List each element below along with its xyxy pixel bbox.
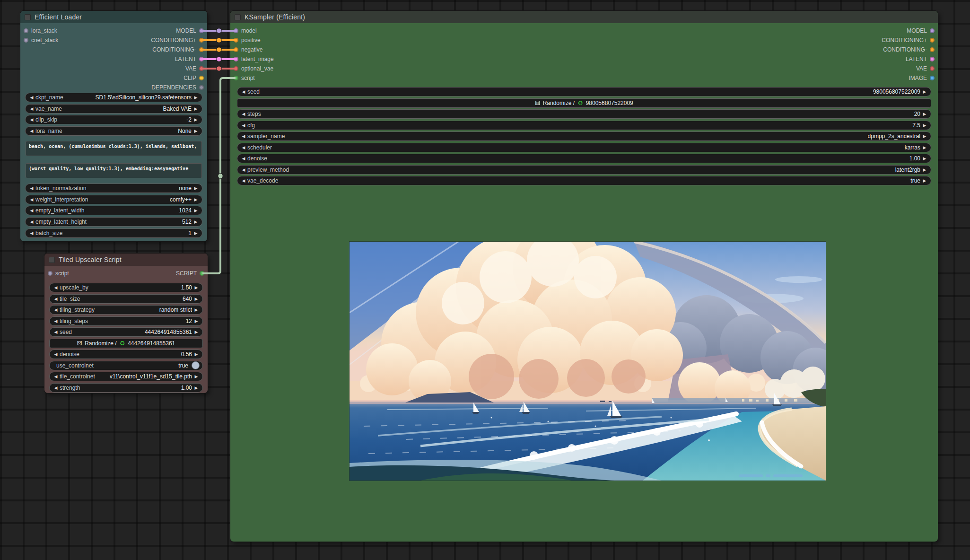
node-header[interactable]: KSampler (Efficient): [230, 11, 938, 23]
node-efficient-loader[interactable]: Efficient Loader lora_stack cnet_stack M…: [20, 11, 207, 241]
slot-dot[interactable]: [930, 47, 935, 52]
slot-dot[interactable]: [199, 85, 204, 90]
randomize-button[interactable]: ⚄ Randomize / ♻ 444264914855361: [49, 339, 203, 348]
decrement-arrow-icon[interactable]: ◀: [240, 123, 247, 128]
slot-dot[interactable]: [930, 66, 935, 71]
node-header[interactable]: Tiled Upscaler Script: [44, 254, 208, 266]
decrement-arrow-icon[interactable]: ◀: [28, 231, 35, 236]
increment-arrow-icon[interactable]: ▶: [921, 112, 928, 116]
node-graph-canvas[interactable]: Efficient Loader lora_stack cnet_stack M…: [0, 0, 970, 560]
decrement-arrow-icon[interactable]: ◀: [52, 374, 59, 379]
node-ksampler-efficient[interactable]: KSampler (Efficient) model positive nega…: [230, 11, 938, 542]
toggle-icon[interactable]: [192, 361, 200, 369]
widget-tiling-steps[interactable]: ◀ tiling_steps 12 ▶: [49, 316, 203, 326]
positive-prompt-textarea[interactable]: beach, ocean, (cumulonimbus clouds:1.3),…: [26, 141, 202, 156]
slot-dot[interactable]: [199, 57, 204, 61]
decrement-arrow-icon[interactable]: ◀: [240, 134, 247, 139]
slot-dot[interactable]: [199, 28, 204, 33]
slot-dot[interactable]: [199, 47, 204, 52]
widget-denoise[interactable]: ◀ denoise 1.00 ▶: [237, 154, 931, 163]
slot-dot[interactable]: [199, 66, 204, 71]
increment-arrow-icon[interactable]: ▶: [192, 197, 199, 202]
widget-token-normalization[interactable]: ◀ token_normalization none ▶: [25, 184, 202, 193]
decrement-arrow-icon[interactable]: ◀: [240, 112, 247, 116]
decrement-arrow-icon[interactable]: ◀: [240, 156, 247, 161]
widget-scheduler[interactable]: ◀ scheduler karras ▶: [237, 143, 931, 152]
node-header[interactable]: Efficient Loader: [20, 11, 207, 23]
increment-arrow-icon[interactable]: ▶: [921, 145, 928, 150]
widget-seed[interactable]: ◀ seed 980056807522009 ▶: [237, 87, 931, 96]
decrement-arrow-icon[interactable]: ◀: [240, 167, 247, 172]
increment-arrow-icon[interactable]: ▶: [192, 219, 199, 224]
slot-dot[interactable]: [930, 38, 935, 43]
decrement-arrow-icon[interactable]: ◀: [52, 297, 59, 301]
widget-use-controlnet[interactable]: use_controlnet true: [49, 361, 203, 370]
slot-dot[interactable]: [24, 28, 28, 33]
decrement-arrow-icon[interactable]: ◀: [28, 129, 35, 133]
widget-strength[interactable]: ◀ strength 1.00 ▶: [49, 383, 203, 393]
increment-arrow-icon[interactable]: ▶: [192, 129, 199, 133]
decrement-arrow-icon[interactable]: ◀: [52, 385, 59, 390]
increment-arrow-icon[interactable]: ▶: [921, 89, 928, 94]
widget-steps[interactable]: ◀ steps 20 ▶: [237, 109, 931, 119]
increment-arrow-icon[interactable]: ▶: [193, 374, 200, 379]
slot-dot[interactable]: [930, 28, 935, 33]
decrement-arrow-icon[interactable]: ◀: [28, 106, 35, 111]
widget-sampler-name[interactable]: ◀ sampler_name dpmpp_2s_ancestral ▶: [237, 131, 931, 141]
slot-dot[interactable]: [234, 28, 238, 33]
slot-dot[interactable]: [24, 38, 28, 43]
increment-arrow-icon[interactable]: ▶: [193, 385, 200, 390]
negative-prompt-textarea[interactable]: (worst quality, low quality:1.3), embedd…: [26, 163, 202, 178]
collapse-box-icon[interactable]: [49, 257, 55, 263]
decrement-arrow-icon[interactable]: ◀: [52, 319, 59, 324]
widget-lora-name[interactable]: ◀ lora_name None ▶: [25, 126, 202, 136]
decrement-arrow-icon[interactable]: ◀: [52, 352, 59, 357]
increment-arrow-icon[interactable]: ▶: [193, 285, 200, 290]
increment-arrow-icon[interactable]: ▶: [921, 178, 928, 183]
decrement-arrow-icon[interactable]: ◀: [28, 219, 35, 224]
widget-tile-size[interactable]: ◀ tile_size 640 ▶: [49, 294, 203, 304]
increment-arrow-icon[interactable]: ▶: [921, 134, 928, 139]
slot-dot[interactable]: [930, 57, 935, 61]
increment-arrow-icon[interactable]: ▶: [193, 297, 200, 301]
slot-dot[interactable]: [930, 76, 935, 80]
widget-vae-decode[interactable]: ◀ vae_decode true ▶: [237, 176, 931, 185]
widget-cfg[interactable]: ◀ cfg 7.5 ▶: [237, 121, 931, 130]
increment-arrow-icon[interactable]: ▶: [192, 95, 199, 100]
decrement-arrow-icon[interactable]: ◀: [240, 178, 247, 183]
increment-arrow-icon[interactable]: ▶: [193, 330, 200, 334]
increment-arrow-icon[interactable]: ▶: [921, 123, 928, 128]
widget-batch-size[interactable]: ◀ batch_size 1 ▶: [25, 228, 202, 238]
widget-upscale-by[interactable]: ◀ upscale_by 1.50 ▶: [49, 283, 203, 292]
decrement-arrow-icon[interactable]: ◀: [52, 330, 59, 334]
collapse-box-icon[interactable]: [25, 14, 31, 20]
widget-empty-latent-width[interactable]: ◀ empty_latent_width 1024 ▶: [25, 206, 202, 215]
widget-denoise[interactable]: ◀ denoise 0.56 ▶: [49, 350, 203, 359]
decrement-arrow-icon[interactable]: ◀: [28, 208, 35, 213]
slot-dot[interactable]: [48, 271, 52, 276]
slot-dot[interactable]: [234, 57, 238, 61]
decrement-arrow-icon[interactable]: ◀: [28, 197, 35, 202]
randomize-button[interactable]: ⚄ Randomize / ♻ 980056807522009: [237, 98, 931, 108]
decrement-arrow-icon[interactable]: ◀: [240, 89, 247, 94]
increment-arrow-icon[interactable]: ▶: [192, 106, 199, 111]
widget-empty-latent-height[interactable]: ◀ empty_latent_height 512 ▶: [25, 217, 202, 227]
widget-ckpt-name[interactable]: ◀ ckpt_name SD1.5\sdSilicon_silicon29.sa…: [25, 93, 202, 102]
decrement-arrow-icon[interactable]: ◀: [28, 186, 35, 191]
increment-arrow-icon[interactable]: ▶: [921, 156, 928, 161]
increment-arrow-icon[interactable]: ▶: [193, 319, 200, 324]
widget-clip-skip[interactable]: ◀ clip_skip -2 ▶: [25, 115, 202, 124]
increment-arrow-icon[interactable]: ▶: [193, 352, 200, 357]
decrement-arrow-icon[interactable]: ◀: [52, 307, 59, 312]
increment-arrow-icon[interactable]: ▶: [193, 307, 200, 312]
slot-dot[interactable]: [234, 38, 238, 43]
slot-dot[interactable]: [234, 47, 238, 52]
decrement-arrow-icon[interactable]: ◀: [28, 95, 35, 100]
slot-dot[interactable]: [200, 271, 204, 276]
slot-dot[interactable]: [199, 76, 204, 80]
widget-weight-interpretation[interactable]: ◀ weight_interpretation comfy++ ▶: [25, 195, 202, 204]
increment-arrow-icon[interactable]: ▶: [192, 208, 199, 213]
widget-vae-name[interactable]: ◀ vae_name Baked VAE ▶: [25, 104, 202, 114]
node-tiled-upscaler-script[interactable]: Tiled Upscaler Script script SCRIPT ◀ up…: [44, 254, 208, 393]
increment-arrow-icon[interactable]: ▶: [192, 231, 199, 236]
